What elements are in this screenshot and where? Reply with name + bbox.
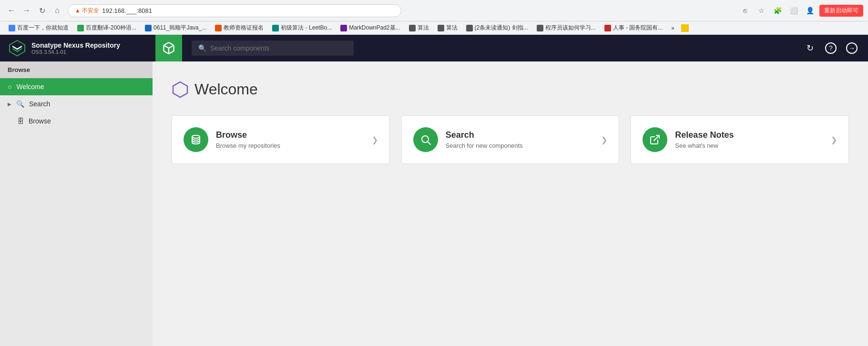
- bookmark-markdownpad[interactable]: MarkDownPad2基...: [337, 22, 404, 33]
- welcome-icon: ○: [8, 83, 11, 91]
- search-card-text: Search Search for new components: [446, 130, 594, 149]
- cube-button[interactable]: [155, 35, 182, 61]
- search-icon: [420, 134, 431, 145]
- bookmark-hr[interactable]: 人事 - 国务院国有...: [601, 22, 667, 33]
- bookmark-icon: [340, 25, 347, 31]
- bookmark-icon: [77, 25, 84, 31]
- welcome-hex-icon: [172, 81, 189, 98]
- sidebar-item-welcome[interactable]: ○ Welcome: [0, 78, 153, 95]
- logo-section: Sonatype Nexus Repository OSS 3.54.1-01: [8, 39, 155, 58]
- release-notes-card[interactable]: Release Notes See what's new ❯: [631, 115, 849, 164]
- sidebar-section-title: Browse: [0, 61, 153, 78]
- search-chevron: ▶: [8, 102, 11, 107]
- release-notes-card-chevron: ❯: [831, 135, 837, 144]
- browse-card-title: Browse: [216, 130, 364, 140]
- extensions-button[interactable]: 🧩: [771, 4, 784, 17]
- sonatype-logo-icon: [8, 39, 27, 58]
- bookmark-button[interactable]: ☆: [755, 4, 768, 17]
- search-card[interactable]: Search Search for new components ❯: [401, 115, 620, 164]
- bookmark-icon: [537, 25, 543, 31]
- search-bar[interactable]: 🔍: [192, 41, 354, 56]
- search-icon: 🔍: [198, 44, 206, 52]
- bookmark-algo1[interactable]: 算法: [405, 22, 433, 33]
- svg-line-5: [428, 142, 430, 145]
- login-button[interactable]: →: [843, 40, 860, 57]
- bookmark-label: 算法: [446, 24, 458, 32]
- bookmark-icon: [409, 25, 416, 31]
- svg-line-6: [654, 135, 659, 141]
- release-notes-card-subtitle: See what's new: [675, 142, 823, 149]
- address-text: 192.168.___:8081: [102, 7, 152, 14]
- bookmark-label: 百度一下，你就知道: [17, 24, 69, 32]
- search-card-chevron: ❯: [601, 135, 607, 144]
- bookmark-label: 算法: [418, 24, 429, 32]
- bookmark-algo2[interactable]: 算法: [434, 22, 461, 33]
- logo-title: Sonatype Nexus Repository: [31, 41, 120, 50]
- tab-button[interactable]: ⬜: [787, 4, 800, 17]
- reload-button[interactable]: ↻: [35, 4, 49, 17]
- bookmark-icon: [145, 25, 152, 31]
- refresh-icon: ↻: [807, 43, 814, 53]
- bookmark-label: 教师资格证报名: [224, 24, 264, 32]
- sidebar: Browse ○ Welcome ▶ 🔍 Search 🗄 Browse: [0, 61, 153, 346]
- bookmark-icon: [466, 25, 473, 31]
- help-icon: ?: [825, 42, 837, 54]
- bookmark-translate[interactable]: 百度翻译-200种语...: [73, 22, 140, 33]
- release-notes-card-icon: [643, 127, 667, 152]
- browser-toolbar: ← → ↻ ⌂ ▲ 不安全 192.168.___:8081 ⎋ ☆ 🧩 ⬜ 👤…: [0, 0, 868, 21]
- browser-actions: ⎋ ☆ 🧩 ⬜ 👤 重新启动即可: [738, 4, 863, 17]
- browse-card-subtitle: Browse my repositories: [216, 142, 364, 149]
- svg-marker-2: [173, 82, 187, 97]
- help-button[interactable]: ?: [822, 40, 839, 57]
- search-card-subtitle: Search for new components: [446, 142, 594, 149]
- back-button[interactable]: ←: [5, 4, 18, 17]
- navbar-actions: ↻ ? →: [801, 40, 860, 57]
- cube-icon: [162, 41, 175, 55]
- bookmark-icon: [272, 25, 279, 31]
- cards-row: Browse Browse my repositories ❯ Search: [172, 115, 849, 164]
- bookmark-notify[interactable]: (2条未读通知) 剑指...: [462, 22, 532, 33]
- svg-marker-0: [10, 41, 25, 56]
- bookmark-label: 程序员该如何学习...: [545, 24, 596, 32]
- bookmark-more[interactable]: »: [667, 23, 678, 33]
- search-icon: 🔍: [16, 100, 24, 108]
- external-link-icon: [649, 134, 661, 145]
- address-bar[interactable]: ▲ 不安全 192.168.___:8081: [68, 4, 401, 17]
- browse-card-text: Browse Browse my repositories: [216, 130, 364, 149]
- sidebar-item-browse[interactable]: 🗄 Browse: [0, 112, 153, 130]
- bookmark-icon: [438, 25, 444, 31]
- sidebar-search-label: Search: [29, 100, 50, 108]
- sidebar-browse-label: Browse: [29, 117, 51, 125]
- browse-card[interactable]: Browse Browse my repositories ❯: [172, 115, 390, 164]
- bookmark-baidu[interactable]: 百度一下，你就知道: [5, 22, 72, 33]
- logo-subtitle: OSS 3.54.1-01: [31, 49, 120, 55]
- bookmark-label: MarkDownPad2基...: [349, 24, 400, 32]
- browse-card-icon: [184, 127, 208, 152]
- forward-button[interactable]: →: [20, 4, 33, 17]
- profile-button[interactable]: 👤: [803, 4, 817, 17]
- browse-card-chevron: ❯: [372, 135, 378, 144]
- bookmarks-bar: 百度一下，你就知道 百度翻译-200种语... 0611_韩顺平Java_...…: [0, 21, 868, 35]
- restart-button[interactable]: 重新启动即可: [819, 5, 863, 17]
- login-icon: →: [846, 42, 858, 54]
- release-notes-card-text: Release Notes See what's new: [675, 130, 823, 149]
- bookmark-java[interactable]: 0611_韩顺平Java_...: [141, 22, 210, 33]
- welcome-header: Welcome: [172, 81, 849, 98]
- bookmark-label: 人事 - 国务院国有...: [613, 24, 663, 32]
- bookmark-label: (2条未读通知) 剑指...: [475, 24, 528, 32]
- home-button[interactable]: ⌂: [51, 4, 64, 17]
- bookmark-cert[interactable]: 教师资格证报名: [211, 22, 267, 33]
- share-button[interactable]: ⎋: [738, 4, 752, 17]
- bookmark-programmer[interactable]: 程序员该如何学习...: [533, 22, 600, 33]
- search-input[interactable]: [210, 44, 347, 52]
- refresh-button[interactable]: ↻: [801, 40, 818, 57]
- search-card-title: Search: [446, 130, 594, 140]
- security-warning: ▲ 不安全: [75, 7, 99, 15]
- top-navbar: Sonatype Nexus Repository OSS 3.54.1-01 …: [0, 35, 868, 61]
- browser-nav-buttons: ← → ↻ ⌂: [5, 4, 64, 17]
- content-area: Welcome Browse Browse my: [153, 61, 868, 346]
- bookmark-leetcode[interactable]: 初级算法 - LeetBo...: [268, 22, 336, 33]
- logo-text: Sonatype Nexus Repository OSS 3.54.1-01: [31, 41, 120, 55]
- bookmark-icon: [215, 25, 222, 31]
- sidebar-item-search[interactable]: ▶ 🔍 Search: [0, 95, 153, 112]
